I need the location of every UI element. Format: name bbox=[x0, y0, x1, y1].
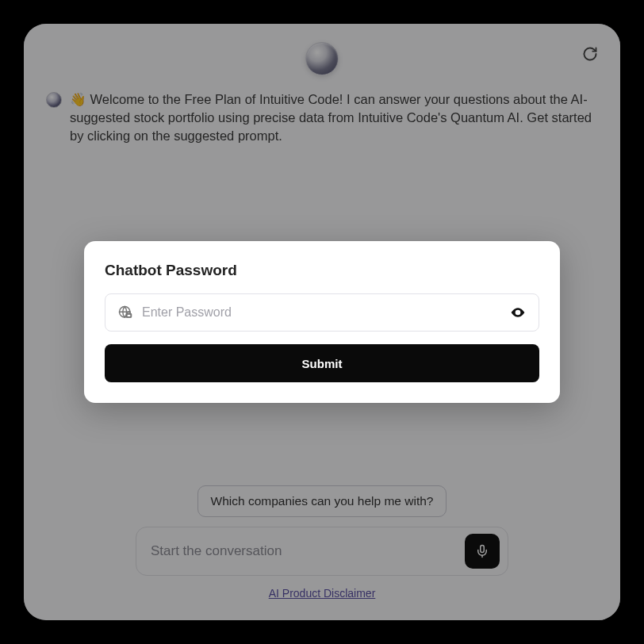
modal-overlay[interactable]: Chatbot Password bbox=[24, 24, 620, 620]
globe-lock-icon bbox=[118, 305, 132, 320]
modal-title: Chatbot Password bbox=[105, 262, 539, 279]
submit-button[interactable]: Submit bbox=[105, 344, 539, 382]
toggle-password-visibility[interactable] bbox=[510, 305, 526, 320]
svg-point-5 bbox=[516, 311, 519, 313]
password-input[interactable] bbox=[142, 305, 500, 320]
password-field bbox=[105, 293, 539, 332]
password-modal: Chatbot Password bbox=[84, 241, 560, 403]
eye-icon bbox=[510, 305, 526, 320]
chat-app: 👋 Welcome to the Free Plan of Intuitive … bbox=[24, 24, 620, 620]
